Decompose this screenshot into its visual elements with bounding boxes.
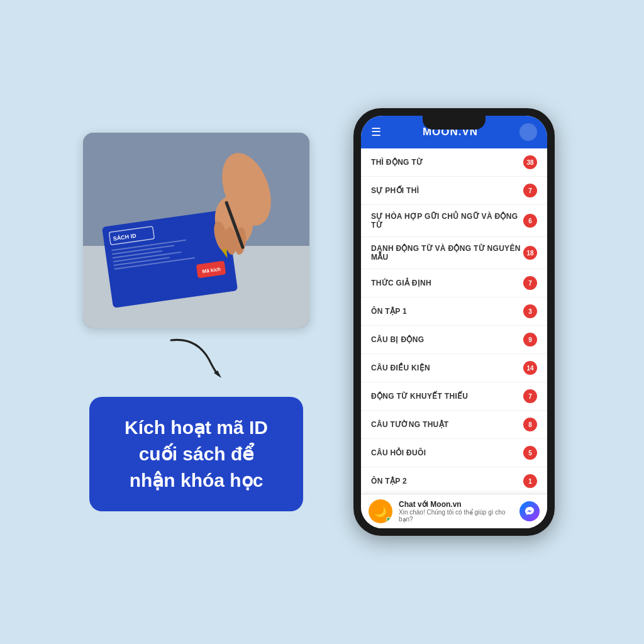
menu-icon[interactable]: ☰ xyxy=(371,125,381,139)
text-box: Kích hoạt mã ID cuối sách để nhận khóa h… xyxy=(89,397,303,511)
list-item-badge: 3 xyxy=(523,304,537,318)
chat-text-area: Chat với Moon.vn Xin chào! Chúng tôi có … xyxy=(399,500,513,523)
header-right-icon[interactable] xyxy=(519,123,537,141)
left-side: SÁCH ID Mã kích xyxy=(77,133,316,511)
text-line-3: nhận khóa học xyxy=(130,470,264,491)
list-item[interactable]: SỰ HÒA HỢP GỮI CHỦ NGỮ VÀ ĐỘNG TỪ6 xyxy=(361,205,547,237)
list-item[interactable]: SỰ PHỐI THÌ7 xyxy=(361,177,547,205)
list-item[interactable]: CÂU BỊ ĐỘNG9 xyxy=(361,326,547,354)
list-item-badge: 7 xyxy=(523,184,537,197)
text-box-content: Kích hoạt mã ID cuối sách để nhận khóa h… xyxy=(109,414,283,494)
list-item[interactable]: THÌ ĐỘNG TỪ38 xyxy=(361,148,547,177)
list-item-badge: 9 xyxy=(523,333,537,347)
phone-notch xyxy=(423,116,486,130)
list-item-badge: 6 xyxy=(523,214,537,228)
phone-screen: ☰ MOON.VN THÌ ĐỘNG TỪ38SỰ PHỐI THÌ7SỰ HÒ… xyxy=(361,116,547,528)
list-item-label: CÂU ĐIỀU KIỆN xyxy=(371,364,430,372)
list-item-badge: 14 xyxy=(523,361,537,375)
list-item[interactable]: CÂU ĐIỀU KIỆN14 xyxy=(361,354,547,382)
list-item-badge: 5 xyxy=(523,446,537,460)
list-item[interactable]: CÂU TƯỜNG THUẬT8 xyxy=(361,411,547,439)
list-item-badge: 38 xyxy=(523,155,537,169)
list-container: THÌ ĐỘNG TỪ38SỰ PHỐI THÌ7SỰ HÒA HỢP GỮI … xyxy=(361,148,547,494)
list-item[interactable]: ÔN TẬP 21 xyxy=(361,467,547,494)
list-item-label: THỨC GIẢ ĐỊNH xyxy=(371,279,431,287)
list-item-badge: 8 xyxy=(523,418,537,431)
list-item[interactable]: CÂU HỎI ĐUÔI5 xyxy=(361,439,547,467)
list-item-badge: 7 xyxy=(523,276,537,290)
list-item-label: THÌ ĐỘNG TỪ xyxy=(371,158,423,167)
list-item-badge: 18 xyxy=(523,246,537,260)
text-line-2: cuối sách để xyxy=(139,443,254,464)
main-container: SÁCH ID Mã kích xyxy=(0,0,644,644)
text-line-1: Kích hoạt mã ID xyxy=(125,417,268,438)
arrow-container xyxy=(158,334,234,384)
chat-subtitle: Xin chào! Chúng tôi có thể giúp gì cho b… xyxy=(399,509,513,523)
chat-title: Chat với Moon.vn xyxy=(399,500,513,509)
list-item-label: DANH ĐỘNG TỪ VÀ ĐỘNG TỪ NGUYÊN MẪU xyxy=(371,244,523,262)
list-item[interactable]: ĐỘNG TỪ KHUYẾT THIẾU7 xyxy=(361,382,547,411)
list-item-label: CÂU TƯỜNG THUẬT xyxy=(371,420,449,429)
photo-illustration: SÁCH ID Mã kích xyxy=(83,133,309,328)
list-item-label: ĐỘNG TỪ KHUYẾT THIẾU xyxy=(371,392,468,401)
photo-frame: SÁCH ID Mã kích xyxy=(83,133,309,328)
list-item-label: ÔN TẬP 2 xyxy=(371,477,407,486)
photo-inner: SÁCH ID Mã kích xyxy=(83,133,309,328)
messenger-icon[interactable] xyxy=(519,501,540,521)
list-item[interactable]: DANH ĐỘNG TỪ VÀ ĐỘNG TỪ NGUYÊN MẪU18 xyxy=(361,237,547,269)
chat-avatar: 🌙 xyxy=(369,499,392,523)
list-item-label: SỰ HÒA HỢP GỮI CHỦ NGỮ VÀ ĐỘNG TỪ xyxy=(371,212,523,230)
curved-arrow-svg xyxy=(158,334,234,384)
list-item[interactable]: THỨC GIẢ ĐỊNH7 xyxy=(361,269,547,297)
list-item-label: CÂU HỎI ĐUÔI xyxy=(371,448,426,457)
list-item-label: ÔN TẬP 1 xyxy=(371,307,407,316)
chat-bar[interactable]: 🌙 Chat với Moon.vn Xin chào! Chúng tôi c… xyxy=(361,494,547,528)
phone-container: ☰ MOON.VN THÌ ĐỘNG TỪ38SỰ PHỐI THÌ7SỰ HÒ… xyxy=(341,108,567,536)
list-item[interactable]: ÔN TẬP 13 xyxy=(361,297,547,326)
list-item-badge: 7 xyxy=(523,389,537,403)
list-item-badge: 1 xyxy=(523,474,537,488)
list-item-label: CÂU BỊ ĐỘNG xyxy=(371,335,424,344)
phone: ☰ MOON.VN THÌ ĐỘNG TỪ38SỰ PHỐI THÌ7SỰ HÒ… xyxy=(353,108,555,536)
online-dot xyxy=(386,517,391,522)
list-item-label: SỰ PHỐI THÌ xyxy=(371,186,419,195)
